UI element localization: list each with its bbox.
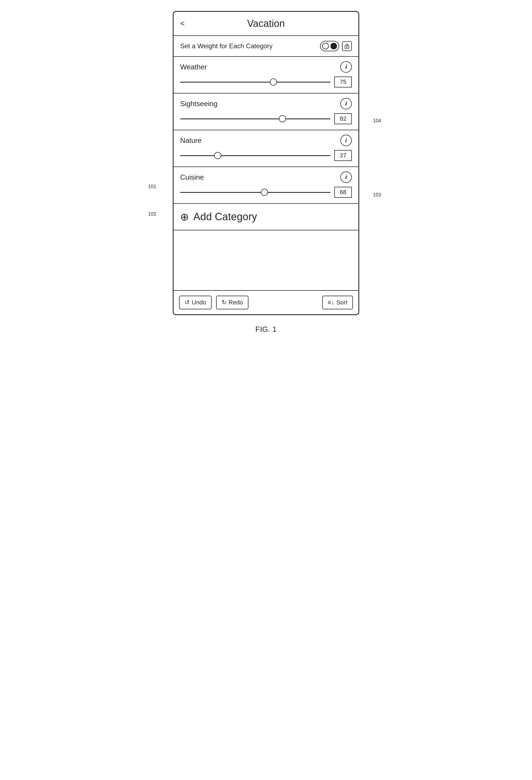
annotation-102: 102: [148, 211, 156, 217]
redo-label: Redo: [229, 299, 243, 306]
lock-button[interactable]: [342, 41, 352, 51]
slider-value-cuisine: 68: [334, 187, 352, 198]
category-row-cuisine: Cuisine i 68: [174, 167, 358, 204]
weight-header-row: Set a Weight for Each Category: [174, 36, 358, 57]
svg-point-1: [347, 47, 347, 47]
category-row-sightseeing: Sightseeing i 82: [174, 94, 358, 130]
page-title: Vacation: [247, 18, 285, 29]
slider-row-nature: 37: [180, 150, 352, 161]
weight-controls: [320, 41, 352, 51]
info-button-weather[interactable]: i: [340, 61, 352, 73]
slider-track-sightseeing[interactable]: [180, 115, 330, 123]
sort-icon: ≡↓: [328, 299, 334, 306]
sort-button[interactable]: ≡↓ Sort: [322, 296, 353, 309]
category-header-nature: Nature i: [180, 135, 352, 146]
category-header-sightseeing: Sightseeing i: [180, 98, 352, 109]
info-button-nature[interactable]: i: [340, 135, 352, 146]
toolbar: ↺ Undo ↻ Redo ≡↓ Sort: [174, 291, 358, 314]
info-button-cuisine[interactable]: i: [340, 172, 352, 183]
category-name-sightseeing: Sightseeing: [180, 100, 217, 108]
category-header-cuisine: Cuisine i: [180, 172, 352, 183]
weight-label: Set a Weight for Each Category: [180, 42, 273, 50]
add-icon: ⊕: [180, 212, 189, 222]
category-name-cuisine: Cuisine: [180, 173, 204, 182]
sort-label: Sort: [336, 299, 347, 306]
slider-track-weather[interactable]: [180, 78, 330, 86]
slider-thumb-weather[interactable]: [270, 79, 277, 86]
slider-value-nature: 37: [334, 150, 352, 161]
toggle-left-circle: [322, 43, 329, 49]
redo-button[interactable]: ↻ Redo: [216, 296, 249, 309]
slider-thumb-cuisine[interactable]: [261, 189, 268, 196]
content-spacer: [174, 230, 358, 291]
back-button[interactable]: <: [180, 19, 185, 28]
category-row-weather: Weather i 75: [174, 57, 358, 94]
slider-value-weather: 75: [334, 77, 352, 88]
toggle-switch[interactable]: [320, 41, 339, 51]
slider-thumb-sightseeing[interactable]: [279, 115, 286, 122]
toggle-right-circle: [330, 43, 337, 49]
add-category-label: Add Category: [193, 211, 257, 223]
undo-button[interactable]: ↺ Undo: [179, 296, 212, 309]
slider-track-nature[interactable]: [180, 151, 330, 160]
slider-row-sightseeing: 82: [180, 113, 352, 124]
undo-icon: ↺: [185, 299, 190, 306]
figure-label: FIG. 1: [255, 325, 277, 334]
info-button-sightseeing[interactable]: i: [340, 98, 352, 109]
annotation-104: 104: [373, 118, 381, 124]
redo-icon: ↻: [222, 299, 227, 306]
category-header-weather: Weather i: [180, 61, 352, 73]
slider-thumb-nature[interactable]: [214, 152, 221, 159]
category-name-nature: Nature: [180, 136, 202, 145]
undo-label: Undo: [192, 299, 206, 306]
annotation-101: 101: [148, 184, 156, 190]
slider-track-cuisine[interactable]: [180, 188, 330, 196]
slider-row-weather: 75: [180, 77, 352, 88]
slider-value-sightseeing: 82: [334, 113, 352, 124]
add-category-button[interactable]: ⊕ Add Category: [174, 204, 358, 230]
header: < Vacation: [174, 12, 358, 36]
category-name-weather: Weather: [180, 63, 207, 71]
category-row-nature: Nature i 37: [174, 130, 358, 167]
phone-frame: < Vacation Set a Weight for Each Categor…: [173, 11, 359, 315]
slider-row-cuisine: 68: [180, 187, 352, 198]
annotation-103: 103: [373, 192, 381, 198]
